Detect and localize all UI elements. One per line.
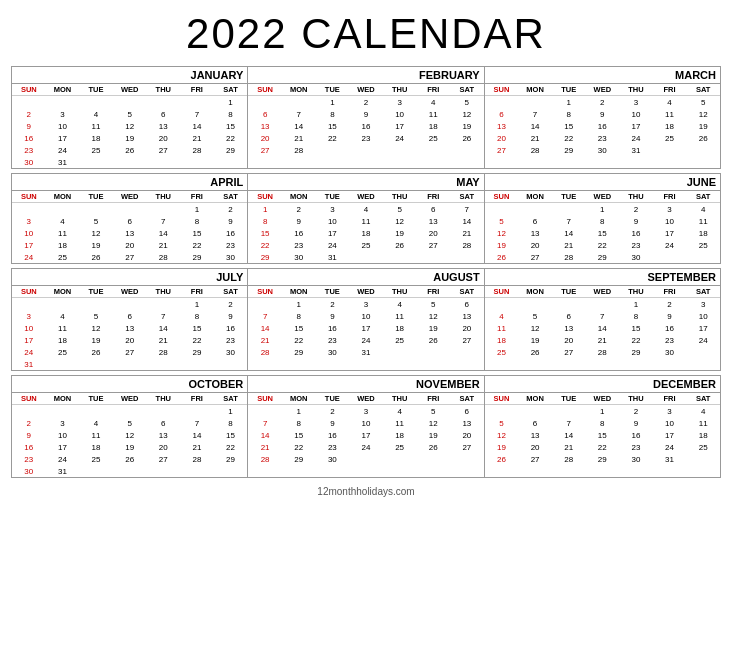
day-header-fri: FRI: [180, 191, 214, 202]
month-block-september: SEPTEMBERSUNMONTUEWEDTHUFRISAT1234567891…: [485, 269, 720, 370]
day-cell: 22: [619, 334, 653, 346]
day-cell: 16: [586, 120, 620, 132]
day-cell: 26: [518, 346, 552, 358]
day-cell: 22: [180, 334, 214, 346]
day-cell: 2: [316, 405, 350, 417]
day-cell: 30: [653, 346, 687, 358]
day-header-sat: SAT: [450, 191, 484, 202]
day-cell: 25: [349, 239, 383, 251]
day-cell: 28: [586, 346, 620, 358]
day-cell: 21: [586, 334, 620, 346]
day-cell: 30: [619, 251, 653, 263]
day-cell: 15: [282, 322, 316, 334]
day-cell: 11: [383, 417, 417, 429]
day-cell: 2: [214, 203, 248, 215]
month-header: NOVEMBER: [248, 376, 483, 393]
day-cell: 10: [686, 310, 720, 322]
day-header-sat: SAT: [214, 84, 248, 95]
day-cell: [686, 346, 720, 358]
day-cell: 14: [146, 227, 180, 239]
day-header-thu: THU: [383, 393, 417, 404]
day-cell: [282, 96, 316, 108]
day-cell: 18: [79, 441, 113, 453]
month-block-may: MAYSUNMONTUEWEDTHUFRISAT1234567891011121…: [248, 174, 484, 263]
day-cell: 12: [686, 108, 720, 120]
day-cell: 23: [619, 441, 653, 453]
day-cell: 19: [113, 132, 147, 144]
day-cell: 15: [214, 429, 248, 441]
day-cell: [349, 453, 383, 465]
day-cell: 25: [79, 453, 113, 465]
day-header-tue: TUE: [316, 393, 350, 404]
day-cell: 4: [686, 405, 720, 417]
day-header-sat: SAT: [686, 286, 720, 297]
day-header-wed: WED: [349, 191, 383, 202]
day-cell: [518, 96, 552, 108]
day-cell: [552, 405, 586, 417]
day-cell: 21: [552, 239, 586, 251]
day-cell: 9: [349, 108, 383, 120]
day-cell: 30: [619, 453, 653, 465]
day-cell: [180, 465, 214, 477]
day-cell: 28: [180, 144, 214, 156]
month-block-march: MARCHSUNMONTUEWEDTHUFRISAT12345678910111…: [485, 67, 720, 168]
day-cell: 19: [518, 334, 552, 346]
day-cell: [214, 465, 248, 477]
day-cell: 5: [450, 96, 484, 108]
day-cell: 4: [416, 96, 450, 108]
day-header-mon: MON: [518, 286, 552, 297]
month-block-february: FEBRUARYSUNMONTUEWEDTHUFRISAT12345678910…: [248, 67, 484, 168]
day-cell: 15: [619, 322, 653, 334]
footer: 12monthholidays.com: [317, 486, 414, 497]
day-cell: 11: [686, 417, 720, 429]
day-cell: [113, 203, 147, 215]
day-cell: [113, 405, 147, 417]
day-cell: 30: [316, 346, 350, 358]
days-grid: 1234567891011121314151617181920212223242…: [485, 203, 720, 263]
day-header-sun: SUN: [12, 286, 46, 297]
day-header-thu: THU: [383, 84, 417, 95]
day-cell: [349, 251, 383, 263]
day-cell: 15: [248, 227, 282, 239]
day-cell: [653, 251, 687, 263]
day-cell: 22: [214, 441, 248, 453]
day-cell: 14: [180, 429, 214, 441]
day-cell: [450, 144, 484, 156]
day-cell: 29: [586, 251, 620, 263]
day-cell: 22: [180, 239, 214, 251]
day-cell: 1: [214, 405, 248, 417]
day-cell: 31: [349, 346, 383, 358]
day-cell: 31: [46, 156, 80, 168]
day-cell: 9: [12, 429, 46, 441]
day-cell: 15: [180, 322, 214, 334]
day-cell: 5: [416, 405, 450, 417]
day-cell: 28: [552, 251, 586, 263]
day-header-mon: MON: [46, 393, 80, 404]
day-cell: 14: [146, 322, 180, 334]
day-cell: 30: [214, 346, 248, 358]
day-cell: [79, 96, 113, 108]
day-cell: 31: [12, 358, 46, 370]
day-cell: 13: [146, 429, 180, 441]
day-cell: 21: [180, 132, 214, 144]
day-header-mon: MON: [282, 286, 316, 297]
day-header-sun: SUN: [12, 84, 46, 95]
day-cell: 28: [282, 144, 316, 156]
day-cell: 28: [146, 346, 180, 358]
day-header-thu: THU: [146, 191, 180, 202]
day-cell: 22: [282, 334, 316, 346]
day-cell: 5: [518, 310, 552, 322]
day-cell: 2: [12, 417, 46, 429]
day-cell: 5: [485, 417, 519, 429]
day-header-thu: THU: [383, 191, 417, 202]
month-header: FEBRUARY: [248, 67, 483, 84]
day-cell: 10: [12, 227, 46, 239]
day-cell: 24: [316, 239, 350, 251]
day-cell: 1: [619, 298, 653, 310]
day-cell: 4: [383, 405, 417, 417]
day-cell: [316, 144, 350, 156]
day-cell: 17: [383, 120, 417, 132]
day-cell: 23: [282, 239, 316, 251]
day-cell: 24: [349, 441, 383, 453]
day-header-tue: TUE: [552, 191, 586, 202]
